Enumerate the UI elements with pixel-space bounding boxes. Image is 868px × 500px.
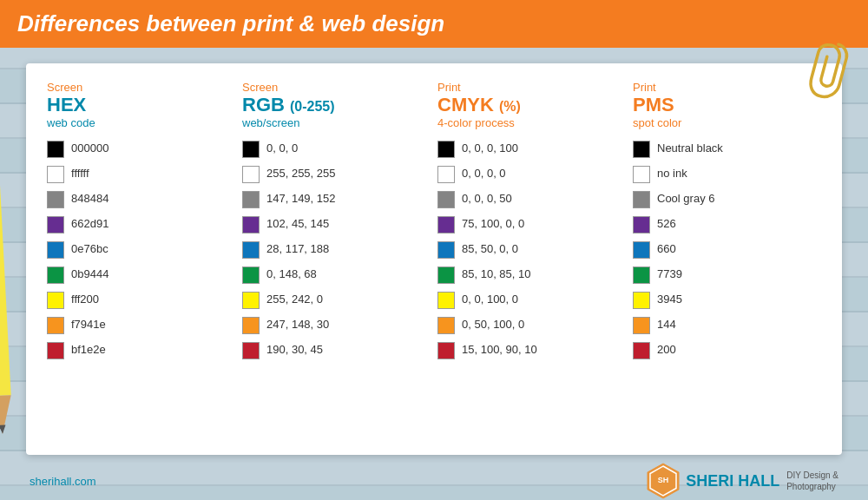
table-row: 660: [633, 240, 821, 260]
color-swatch: [633, 241, 650, 259]
table-row: 0, 50, 100, 0: [437, 315, 626, 336]
color-swatch: [437, 317, 455, 334]
color-swatch: [242, 241, 260, 259]
color-swatch: [47, 191, 64, 208]
table-row: 662d91: [47, 214, 235, 235]
table-row: 255, 255, 255: [242, 164, 431, 185]
rgb-column-data: 0, 0, 0255, 255, 255147, 149, 152102, 45…: [242, 139, 431, 365]
color-swatch: [633, 191, 650, 208]
color-swatch: [633, 141, 650, 158]
color-swatch: [633, 317, 650, 334]
hex-value: 848484: [71, 192, 108, 207]
pms-value: no ink: [657, 167, 687, 181]
color-swatch: [47, 141, 64, 158]
table-row: 28, 117, 188: [242, 240, 431, 260]
table-row: fff200: [47, 290, 235, 311]
color-swatch: [242, 216, 260, 234]
pms-label: Print: [633, 81, 821, 94]
page-header: Differences between print & web design: [0, 0, 868, 48]
cmyk-value: 85, 50, 0, 0: [462, 242, 518, 257]
cmyk-column-data: 0, 0, 0, 1000, 0, 0, 00, 0, 0, 5075, 100…: [437, 139, 626, 365]
color-swatch: [633, 292, 650, 309]
brand-name: SHERI HALL: [686, 472, 779, 490]
color-swatch: [437, 166, 455, 183]
hex-value: fff200: [71, 293, 99, 307]
cmyk-value: 15, 100, 90, 10: [462, 343, 537, 358]
table-row: 0, 148, 68: [242, 265, 431, 286]
cmyk-value: 0, 0, 0, 0: [462, 167, 506, 181]
color-swatch: [47, 317, 64, 334]
color-swatch: [242, 166, 260, 183]
hex-value: 000000: [71, 141, 108, 156]
table-row: 190, 30, 45: [242, 340, 431, 361]
color-swatch: [437, 342, 455, 359]
table-row: 0e76bc: [47, 240, 235, 260]
svg-text:SH: SH: [658, 476, 669, 484]
hex-sub-title: web code: [47, 116, 235, 130]
footer-url: sherihall.com: [30, 475, 96, 488]
color-swatch: [47, 292, 64, 309]
table-row: 15, 100, 90, 10: [437, 340, 626, 361]
color-swatch: [437, 266, 455, 284]
table-row: Cool gray 6: [633, 189, 821, 210]
color-swatch: [47, 216, 64, 234]
pms-value: 3945: [657, 293, 682, 307]
table-row: 75, 100, 0, 0: [437, 214, 626, 235]
table-row: 000000: [47, 139, 235, 160]
svg-marker-4: [0, 425, 6, 434]
pms-value: 660: [657, 242, 676, 257]
rgb-sub-title: web/screen: [242, 116, 431, 130]
table-row: 0b9444: [47, 265, 235, 286]
color-swatch: [242, 292, 260, 309]
cmyk-value: 0, 0, 100, 0: [462, 293, 518, 307]
table-row: no ink: [633, 164, 821, 185]
color-swatch: [242, 141, 260, 158]
page-title: Differences between print & web design: [17, 10, 444, 36]
hex-value: 662d91: [71, 217, 108, 232]
cmyk-value: 75, 100, 0, 0: [462, 217, 524, 232]
color-swatch: [47, 266, 64, 284]
brand-sub: DIY Design & Photography: [786, 470, 838, 492]
pms-main-title: PMS: [633, 94, 821, 116]
color-swatch: [437, 216, 455, 234]
footer-brand: SH SHERI HALL DIY Design & Photography: [644, 462, 838, 500]
cmyk-value: 0, 0, 0, 100: [462, 141, 518, 156]
hex-value: ffffff: [71, 167, 89, 181]
cmyk-value: 0, 50, 100, 0: [462, 318, 524, 332]
brand-logo: SH: [644, 462, 679, 500]
table-row: 144: [633, 315, 821, 336]
table-row: 0, 0, 0, 50: [437, 189, 626, 210]
cmyk-sub-title: 4-color process: [437, 116, 626, 130]
rgb-label: Screen: [242, 81, 431, 94]
hex-label: Screen: [47, 81, 235, 94]
pms-value: 200: [657, 343, 676, 358]
rgb-value: 255, 255, 255: [266, 167, 336, 181]
table-row: Neutral black: [633, 139, 821, 160]
pms-value: Cool gray 6: [657, 192, 714, 207]
table-row: 247, 148, 30: [242, 315, 431, 336]
table-row: 0, 0, 100, 0: [437, 290, 626, 311]
color-swatch: [437, 292, 455, 309]
hex-value: f7941e: [71, 318, 106, 332]
color-swatch: [242, 342, 260, 359]
table-row: 848484: [47, 189, 235, 210]
table-row: 102, 45, 145: [242, 214, 431, 235]
cmyk-column-header: Print CMYK (%) 4-color process: [437, 81, 626, 130]
color-swatch: [47, 241, 64, 259]
main-content: Screen HEX web code Screen RGB (0-255) w…: [26, 63, 842, 455]
table-row: f7941e: [47, 315, 235, 336]
color-swatch: [242, 266, 260, 284]
rgb-value: 247, 148, 30: [266, 318, 329, 332]
table-row: ffffff: [47, 164, 235, 185]
color-swatch: [47, 166, 64, 183]
table-row: 3945: [633, 290, 821, 311]
pencil-decoration: [0, 51, 21, 451]
cmyk-value: 85, 10, 85, 10: [462, 267, 531, 282]
pms-column-header: Print PMS spot color: [633, 81, 821, 130]
rgb-value: 28, 117, 188: [266, 242, 329, 257]
rgb-value: 0, 148, 68: [266, 267, 317, 282]
color-swatch: [633, 266, 650, 284]
footer-bar: sherihall.com SH SHERI HALL DIY Design &…: [26, 462, 842, 500]
rgb-value: 255, 242, 0: [266, 293, 323, 307]
pms-value: Neutral black: [657, 141, 723, 156]
